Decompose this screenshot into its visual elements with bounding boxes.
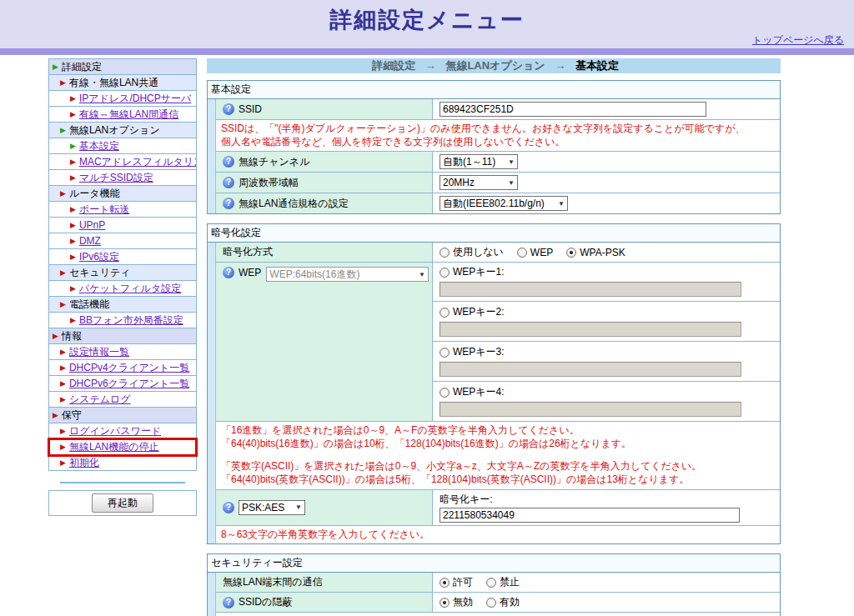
psk-label-cell: ? PSK:AES ▼ (216, 490, 433, 525)
sidebar-item-dhcpv6-client-list[interactable]: ▶ DHCPv6クライアント一覧 (49, 376, 196, 392)
help-icon[interactable]: ? (223, 502, 234, 513)
bandwidth-select[interactable]: 20MHz ▼ (440, 175, 518, 190)
encryption-section-title: 暗号化設定 (208, 224, 780, 243)
sidebar-item-security: ▶ セキュリティ (49, 265, 196, 281)
restart-button[interactable]: 再起動 (92, 493, 153, 513)
sidebar-item-basic-settings[interactable]: ▶ 基本設定 (49, 138, 196, 154)
wep-key-1-input (440, 282, 741, 297)
standard-label: 無線LAN通信規格の設定 (239, 197, 349, 211)
encryption-method-label-cell: 暗号化方式 (216, 243, 433, 262)
sidebar-item-wired-wireless-bridge[interactable]: ▶ 有線⇔無線LAN間通信 (49, 107, 196, 123)
ssid-hide-enable-radio[interactable]: 有効 (486, 595, 520, 609)
radio-unchecked-icon (486, 578, 496, 588)
radio-checked-icon (440, 578, 450, 588)
sidebar-item-settings-info-list[interactable]: ▶ 設定情報一覧 (49, 344, 196, 360)
sidebar-item-packet-filter-settings[interactable]: ▶ パケットフィルタ設定 (49, 281, 196, 297)
standard-select[interactable]: 自動(IEEE802.11b/g/n) ▼ (440, 196, 568, 211)
sidebar-item-wireless-lan-stop[interactable]: ▶ 無線LAN機能の停止 (49, 439, 196, 455)
wep-key-3-radio[interactable]: WEPキー3: (440, 345, 505, 359)
sidebar-item-dmz[interactable]: ▶ DMZ (49, 233, 196, 249)
sidebar-item-ip-address-dhcp-server[interactable]: ▶ IPアドレス/DHCPサーバ (49, 91, 196, 107)
sidebar-item-wireless-lan-option: ▶ 無線LANオプション (49, 123, 196, 138)
radio-unchecked-icon (440, 268, 450, 278)
tree-arrow-icon: ▶ (70, 206, 76, 213)
dropdown-arrow-icon: ▼ (558, 200, 565, 208)
help-icon[interactable]: ? (223, 267, 234, 278)
sidebar-item-label: ポート転送 (79, 203, 130, 217)
wep-key-1-radio[interactable]: WEPキー1: (440, 265, 505, 279)
encryption-method-label: 暗号化方式 (223, 245, 273, 259)
sidebar-item-initialization[interactable]: ▶ 初期化 (49, 455, 196, 471)
breadcrumb-current: 基本設定 (575, 59, 619, 72)
tree-arrow-icon: ▶ (53, 412, 58, 419)
tree-arrow-icon: ▶ (60, 364, 66, 372)
tree-arrow-icon: ▶ (60, 396, 66, 403)
sidebar-item-port-forwarding[interactable]: ▶ ポート転送 (49, 202, 196, 218)
dropdown-arrow-icon: ▼ (508, 158, 515, 166)
ssid-hide-label: SSIDの隠蔽 (239, 595, 292, 609)
sidebar-item-login-password[interactable]: ▶ ログインパスワード (49, 423, 196, 439)
sidebar-item-label: MACアドレスフィルタリング (79, 155, 196, 169)
wep-key-format-warning: 「16進数」を選択された場合は0～9、A～Fの英数字を半角入力してください。 「… (216, 422, 780, 489)
sidebar-item-dhcpv4-client-list[interactable]: ▶ DHCPv4クライアント一覧 (49, 360, 196, 376)
bandwidth-label-cell: ? 周波数帯域幅 (216, 173, 433, 193)
ssid-input[interactable] (440, 102, 706, 117)
sidebar-menu-tree: ▶ 詳細設定 ▶ 有線・無線LAN共通 ▶ IPアドレス/DHCPサーバ ▶ 有… (48, 58, 197, 471)
bandwidth-label: 周波数帯域幅 (239, 176, 299, 190)
sidebar-item-upnp[interactable]: ▶ UPnP (49, 218, 196, 233)
terminal-comm-label-cell: 無線LAN端末間の通信 (216, 573, 433, 592)
sidebar-item-ipv6-settings[interactable]: ▶ IPv6設定 (49, 249, 196, 265)
wep-key-2-input (440, 322, 741, 337)
help-icon[interactable]: ? (223, 177, 234, 188)
top-page-link[interactable]: トップページへ戻る (752, 33, 844, 48)
content-area: ▶ 詳細設定 ▶ 有線・無線LAN共通 ▶ IPアドレス/DHCPサーバ ▶ 有… (0, 58, 854, 616)
tree-arrow-icon: ▶ (70, 238, 76, 245)
radio-unchecked-icon (517, 248, 527, 258)
breadcrumb-item: 詳細設定 (372, 59, 415, 72)
router-admin-page: 詳細設定メニュー トップページへ戻る ▶ 詳細設定 ▶ 有線・無線LAN共通 ▶… (0, 0, 854, 616)
channel-select[interactable]: 自動(1～11) ▼ (440, 154, 518, 169)
sidebar-item-label: 無線LANオプション (69, 123, 160, 138)
encryption-wep-radio[interactable]: WEP (517, 247, 553, 258)
help-icon[interactable]: ? (223, 597, 234, 608)
help-icon[interactable]: ? (223, 198, 234, 209)
tree-arrow-icon: ▶ (60, 459, 66, 467)
sidebar-item-system-log[interactable]: ▶ システムログ (49, 392, 196, 408)
sidebar-item-bb-phone-area-code[interactable]: ▶ BBフォン市外局番設定 (49, 313, 196, 328)
tree-arrow-icon: ▶ (60, 190, 66, 198)
wep-key-2-radio[interactable]: WEPキー2: (440, 305, 505, 319)
sidebar-divider (60, 482, 185, 483)
sidebar-item-information: ▶ 情報 (49, 328, 196, 344)
radio-checked-icon (440, 598, 450, 608)
sidebar-item-label: 設定情報一覧 (69, 345, 129, 359)
channel-label-cell: ? 無線チャンネル (216, 152, 433, 172)
ssid-hide-label-cell: ? SSIDの隠蔽 (216, 593, 433, 612)
psk-type-select[interactable]: PSK:AES ▼ (239, 500, 305, 515)
wep-type-select: WEP:64bits(16進数) ▼ (266, 267, 429, 282)
sidebar-item-label: DHCPv6クライアント一覧 (69, 377, 189, 391)
wep-key-4-radio[interactable]: WEPキー4: (440, 385, 505, 399)
sidebar-item-label: 詳細設定 (62, 60, 102, 74)
ssid-hide-disable-radio[interactable]: 無効 (440, 595, 473, 609)
restart-button-container: 再起動 (48, 490, 197, 516)
tree-arrow-icon: ▶ (70, 111, 76, 118)
encryption-key-input[interactable] (440, 508, 740, 523)
sidebar-item-label: DMZ (79, 235, 101, 247)
tree-arrow-icon: ▶ (60, 428, 66, 435)
basic-settings-section-title: 基本設定 (208, 81, 780, 99)
sidebar-item-label: DHCPv4クライアント一覧 (69, 361, 189, 375)
tree-arrow-icon: ▶ (60, 127, 66, 134)
encryption-wpa-psk-radio[interactable]: WPA-PSK (566, 247, 625, 258)
encryption-none-radio[interactable]: 使用しない (440, 245, 504, 259)
sidebar-item-label: セキュリティ (69, 266, 131, 280)
sidebar-item-mac-address-filtering[interactable]: ▶ MACアドレスフィルタリング (49, 154, 196, 170)
help-icon[interactable]: ? (223, 103, 234, 115)
sidebar-item-label: パケットフィルタ設定 (79, 282, 181, 296)
sidebar-item-label: マルチSSID設定 (79, 171, 153, 185)
terminal-deny-radio[interactable]: 禁止 (486, 575, 520, 589)
sidebar-item-multi-ssid-settings[interactable]: ▶ マルチSSID設定 (49, 170, 196, 186)
ssid-warning-text: SSIDは、「"(半角)ダブルクォーテーション)」のみ使用できません。お好きな文… (216, 120, 780, 152)
help-icon[interactable]: ? (223, 156, 234, 168)
wep-key-3-input (440, 362, 741, 377)
terminal-allow-radio[interactable]: 許可 (440, 575, 473, 589)
